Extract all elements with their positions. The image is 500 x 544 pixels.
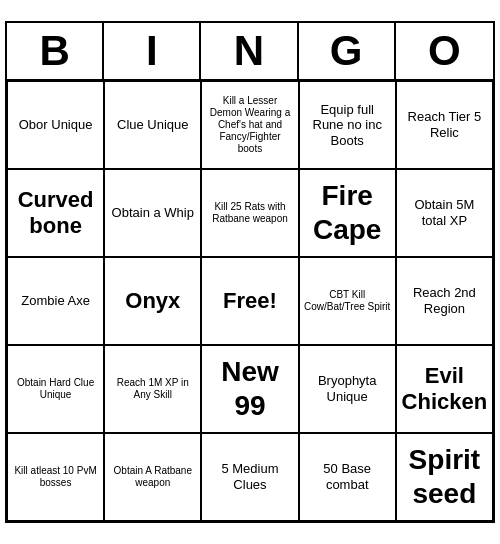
bingo-cell-9: Obtain 5M total XP [396,169,493,257]
bingo-cell-24: Spirit seed [396,433,493,521]
header-letter-n: N [201,23,298,79]
bingo-grid: Obor UniqueClue UniqueKill a Lesser Demo… [7,81,493,521]
bingo-cell-5: Curved bone [7,169,104,257]
header-letter-b: B [7,23,104,79]
bingo-cell-20: Kill atleast 10 PvM bosses [7,433,104,521]
bingo-cell-16: Reach 1M XP in Any Skill [104,345,201,433]
header-letter-g: G [299,23,396,79]
header-letter-o: O [396,23,493,79]
bingo-cell-13: CBT Kill Cow/Bat/Tree Spirit [299,257,396,345]
bingo-cell-7: Kill 25 Rats with Ratbane weapon [201,169,298,257]
bingo-cell-1: Clue Unique [104,81,201,169]
bingo-cell-15: Obtain Hard Clue Unique [7,345,104,433]
bingo-cell-2: Kill a Lesser Demon Wearing a Chef's hat… [201,81,298,169]
header-letter-i: I [104,23,201,79]
bingo-cell-14: Reach 2nd Region [396,257,493,345]
bingo-cell-4: Reach Tier 5 Relic [396,81,493,169]
bingo-cell-11: Onyx [104,257,201,345]
bingo-header: BINGO [7,23,493,81]
bingo-cell-21: Obtain A Ratbane weapon [104,433,201,521]
bingo-cell-0: Obor Unique [7,81,104,169]
bingo-cell-8: Fire Cape [299,169,396,257]
bingo-cell-12: Free! [201,257,298,345]
bingo-card: BINGO Obor UniqueClue UniqueKill a Lesse… [5,21,495,523]
bingo-cell-10: Zombie Axe [7,257,104,345]
bingo-cell-3: Equip full Rune no inc Boots [299,81,396,169]
bingo-cell-23: 50 Base combat [299,433,396,521]
bingo-cell-17: New 99 [201,345,298,433]
bingo-cell-18: Bryophyta Unique [299,345,396,433]
bingo-cell-22: 5 Medium Clues [201,433,298,521]
bingo-cell-19: Evil Chicken [396,345,493,433]
bingo-cell-6: Obtain a Whip [104,169,201,257]
